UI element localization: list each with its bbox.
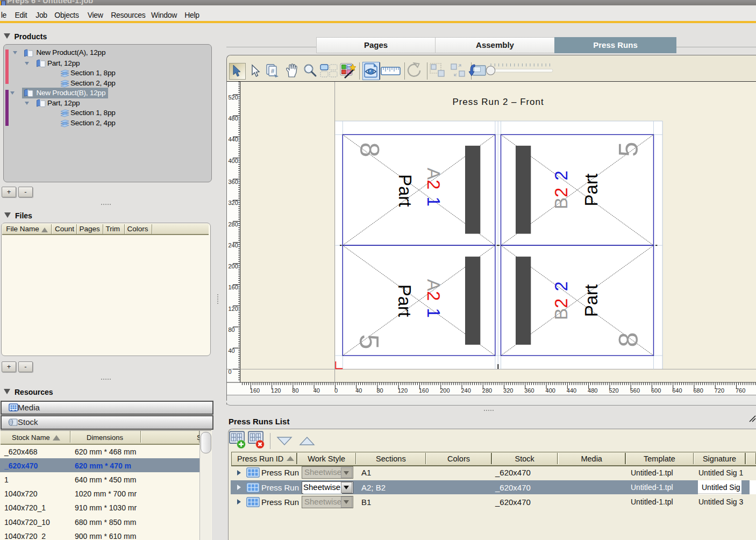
svg-text:40: 40 [313,387,320,394]
svg-text:480: 480 [229,115,238,122]
svg-text:280: 280 [482,387,492,394]
svg-text:8: 8 [354,142,384,157]
svg-text:Press Run 2 – Front: Press Run 2 – Front [452,97,544,107]
svg-text:120: 120 [229,305,238,312]
svg-text:Part: Part [581,285,601,317]
svg-text:0: 0 [229,368,232,375]
svg-text:360: 360 [229,179,238,185]
svg-text:320: 320 [503,387,513,394]
svg-text:8: 8 [614,332,644,347]
svg-text:80: 80 [229,326,235,333]
svg-text:600: 600 [651,387,661,394]
svg-text:480: 480 [588,387,597,394]
svg-text:40: 40 [355,387,362,394]
svg-text:280: 280 [229,221,238,228]
svg-text:120: 120 [398,387,408,394]
svg-text:200: 200 [229,263,238,269]
svg-text:0: 0 [334,387,338,394]
svg-text:760: 760 [736,387,745,394]
svg-text:#: # [271,68,275,74]
svg-text:320: 320 [229,200,238,206]
svg-text:Part: Part [581,174,601,207]
svg-text:40: 40 [229,347,235,354]
svg-text:520: 520 [609,387,618,394]
svg-text:560: 560 [630,387,640,394]
svg-text:240: 240 [461,387,471,394]
svg-text:Part: Part [395,285,415,317]
svg-text:B2 2: B2 2 [551,170,571,209]
svg-text:A2 1: A2 1 [424,279,444,318]
svg-text:Part: Part [395,174,415,207]
svg-text:200: 200 [440,387,450,394]
svg-text:A2 1: A2 1 [424,168,444,207]
svg-text:5: 5 [354,334,384,349]
svg-text:400: 400 [546,387,555,394]
svg-text:360: 360 [524,387,534,394]
svg-text:720: 720 [715,387,724,394]
svg-text:80: 80 [376,387,383,394]
svg-text:240: 240 [229,242,238,248]
svg-text:5: 5 [614,142,644,157]
svg-text:120: 120 [271,387,281,394]
svg-text:B2 2: B2 2 [551,281,571,320]
svg-text:80: 80 [292,387,298,394]
svg-text:160: 160 [419,387,429,394]
svg-text:520: 520 [229,94,238,101]
svg-text:160: 160 [229,284,238,290]
svg-text:160: 160 [250,387,260,394]
svg-text:440: 440 [229,136,238,143]
svg-text:640: 640 [672,387,682,394]
svg-text:440: 440 [567,387,576,394]
svg-text:400: 400 [229,158,238,164]
svg-text:680: 680 [693,387,703,394]
